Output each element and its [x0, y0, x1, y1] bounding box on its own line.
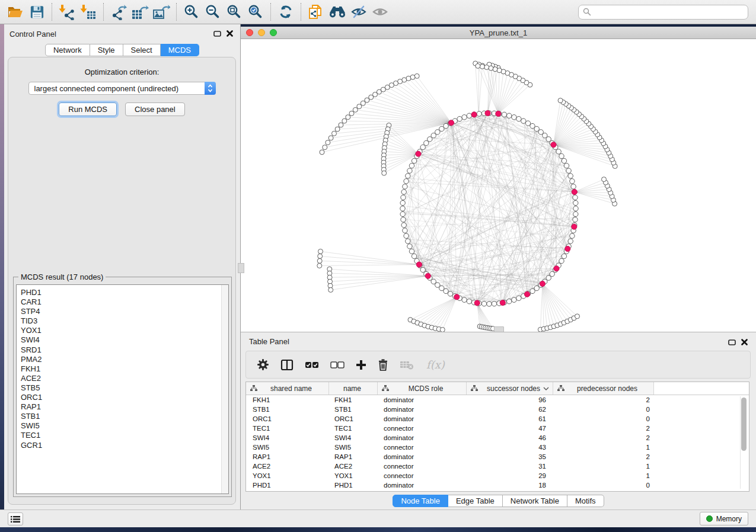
import-table-button[interactable] — [78, 2, 99, 22]
close-panel-icon[interactable] — [741, 339, 748, 345]
zoom-fit-button[interactable] — [224, 2, 245, 22]
show-columns-button[interactable] — [280, 359, 294, 371]
zoom-in-icon — [184, 4, 199, 20]
mcds-result-item[interactable]: STP4 — [21, 307, 228, 316]
mcds-result-item[interactable]: TEC1 — [21, 431, 228, 440]
export-table-icon — [131, 4, 149, 20]
table-row[interactable]: ACE2ACE2connector311 — [246, 462, 749, 471]
clone-network-button[interactable] — [305, 2, 327, 22]
delete-table-button[interactable] — [400, 360, 414, 370]
mcds-result-item[interactable]: STB1 — [21, 412, 228, 421]
table-row[interactable]: YOX1YOX1connector291 — [246, 471, 749, 480]
first-neighbors-button[interactable] — [327, 2, 348, 22]
column-header-shared-name[interactable]: shared name — [246, 382, 329, 395]
table-row[interactable]: PHD1PHD1dominator180 — [246, 480, 749, 490]
table-scrollbar-thumb[interactable] — [741, 398, 747, 451]
mcds-result-item[interactable]: YOX1 — [21, 326, 228, 335]
table-toolbar: f(x) — [245, 351, 751, 379]
binoculars-icon — [328, 5, 346, 19]
table-row[interactable]: STB1STB1dominator620 — [246, 405, 749, 414]
delete-column-button[interactable] — [378, 359, 388, 371]
mcds-result-item[interactable]: SRD1 — [21, 345, 228, 355]
save-session-button[interactable] — [26, 2, 47, 22]
attribute-tree-icon — [471, 385, 478, 392]
mcds-result-item[interactable]: CAR1 — [21, 297, 228, 307]
vertical-splitter-handle[interactable] — [238, 263, 244, 273]
control-panel: Control Panel Network Style Select MCDS … — [4, 24, 241, 509]
mcds-result-item[interactable]: TID3 — [21, 316, 228, 326]
function-icon: f(x) — [425, 358, 445, 371]
optimization-criterion-dropdown[interactable]: largest connected component (undirected) — [28, 82, 216, 95]
column-header-successor-nodes[interactable]: successor nodes — [467, 382, 553, 395]
mcds-result-item[interactable]: ORC1 — [21, 393, 228, 402]
show-all-button[interactable] — [369, 2, 391, 22]
hide-selected-button[interactable] — [348, 2, 369, 22]
close-panel-button[interactable]: Close panel — [125, 102, 185, 116]
dropdown-stepper[interactable] — [205, 82, 216, 95]
column-header-mcds-role[interactable]: MCDS role — [378, 382, 467, 395]
table-row[interactable]: SWI4SWI4dominator462 — [246, 433, 749, 443]
function-builder-button[interactable]: f(x) — [425, 358, 445, 371]
columns-icon — [280, 359, 294, 371]
mcds-result-item[interactable]: ACE2 — [21, 374, 228, 383]
table-row[interactable]: FKH1FKH1dominator962 — [246, 395, 749, 405]
network-window-titlebar[interactable]: YPA_prune.txt_1 — [241, 27, 756, 39]
table-options-button[interactable] — [257, 358, 269, 371]
tab-node-table[interactable]: Node Table — [393, 495, 448, 507]
search-input[interactable] — [594, 7, 744, 17]
network-view-window: YPA_prune.txt_1 — [241, 27, 756, 332]
table-row[interactable]: RAP1RAP1dominator352 — [246, 452, 749, 462]
tab-network-table[interactable]: Network Table — [503, 495, 567, 507]
mcds-result-item[interactable]: SWI5 — [21, 421, 228, 431]
import-network-button[interactable] — [56, 2, 78, 22]
plus-icon — [356, 360, 366, 370]
tab-select[interactable]: Select — [123, 44, 161, 56]
float-panel-icon[interactable] — [213, 31, 221, 37]
memory-button[interactable]: Memory — [700, 512, 748, 525]
zoom-in-button[interactable] — [181, 2, 202, 22]
mcds-result-item[interactable]: SWI4 — [21, 335, 228, 345]
trash-icon — [378, 359, 388, 371]
mcds-result-item[interactable]: PMA2 — [21, 355, 228, 364]
mcds-result-list[interactable]: PHD1CAR1STP4TID3YOX1SWI4SRD1PMA2FKH1ACE2… — [16, 284, 229, 494]
mcds-list-scrollbar[interactable] — [221, 285, 228, 493]
export-table-button[interactable] — [129, 2, 151, 22]
tab-network[interactable]: Network — [45, 44, 90, 56]
tab-mcds[interactable]: MCDS — [161, 44, 199, 56]
select-all-button[interactable] — [305, 361, 319, 368]
attribute-tree-icon — [250, 385, 257, 392]
deselect-all-button[interactable] — [330, 361, 344, 368]
network-canvas-svg[interactable] — [241, 39, 756, 332]
column-header-predecessor-nodes[interactable]: predecessor nodes — [553, 382, 654, 395]
close-window-icon[interactable] — [246, 29, 253, 36]
zoom-out-button[interactable] — [202, 2, 224, 22]
table-scrollbar[interactable] — [740, 396, 748, 489]
mcds-result-item[interactable]: GCR1 — [21, 441, 228, 450]
column-header-name[interactable]: name — [329, 382, 378, 395]
apply-layout-button[interactable] — [275, 2, 296, 22]
export-image-button[interactable] — [151, 2, 172, 22]
export-network-button[interactable] — [108, 2, 129, 22]
tab-style[interactable]: Style — [90, 44, 123, 56]
minimize-window-icon[interactable] — [258, 29, 265, 36]
run-mcds-button[interactable]: Run MCDS — [59, 102, 117, 116]
open-file-button[interactable] — [5, 2, 26, 22]
mcds-result-item[interactable]: PHD1 — [21, 288, 228, 297]
add-column-button[interactable] — [356, 360, 366, 370]
table-row[interactable]: ORC1ORC1dominator610 — [246, 414, 749, 424]
maximize-window-icon[interactable] — [270, 29, 277, 36]
tab-motifs[interactable]: Motifs — [567, 495, 604, 507]
mcds-result-item[interactable]: STB5 — [21, 383, 228, 393]
tab-edge-table[interactable]: Edge Table — [448, 495, 503, 507]
task-history-button[interactable] — [8, 512, 23, 525]
mcds-result-item[interactable]: FKH1 — [21, 364, 228, 374]
table-row[interactable]: TEC1TEC1connector472 — [246, 424, 749, 433]
zoom-selected-button[interactable] — [245, 2, 266, 22]
mcds-result-item[interactable]: RAP1 — [21, 402, 228, 412]
search-box[interactable] — [578, 5, 748, 20]
float-panel-icon[interactable] — [728, 339, 736, 345]
table-row[interactable]: SWI5SWI5connector431 — [246, 443, 749, 452]
close-panel-icon[interactable] — [227, 30, 233, 37]
main-toolbar — [0, 0, 756, 24]
desktop-wallpaper-left — [0, 24, 4, 527]
